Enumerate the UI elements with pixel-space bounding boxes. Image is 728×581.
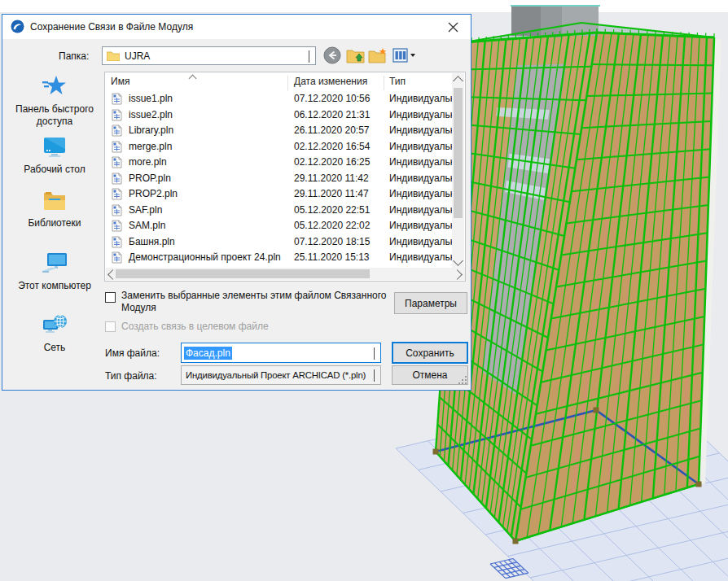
filename-value: Фасад.pln	[184, 347, 232, 360]
file-row[interactable]: PROP.pln29.11.2020 11:42Индивидуальн	[105, 171, 454, 187]
create-link-checkbox	[105, 321, 116, 332]
pln-file-icon	[112, 188, 122, 203]
sidebar-item-label: Панель быстрого доступа	[7, 103, 102, 128]
file-date: 02.12.2020 16:54	[294, 141, 370, 152]
sidebar-item-label: Рабочий стол	[7, 164, 102, 176]
file-list: Имя Дата изменения Тип issue1.pln07.12.2…	[104, 72, 466, 282]
column-header-name[interactable]: Имя	[111, 76, 129, 87]
parameters-button[interactable]: Параметры	[394, 292, 467, 314]
scroll-right-icon[interactable]	[452, 269, 463, 280]
file-date: 07.12.2020 10:56	[294, 93, 370, 104]
filename-label: Имя файла:	[105, 347, 160, 359]
file-date: 25.11.2020 15:13	[294, 251, 370, 263]
file-type: Индивидуальн	[389, 156, 454, 168]
file-name: PROP2.pln	[129, 188, 178, 199]
new-folder-icon	[368, 47, 388, 63]
file-name: Library.pln	[129, 124, 173, 136]
pln-file-icon	[112, 251, 122, 266]
file-name: issue2.pln	[129, 109, 173, 120]
file-row[interactable]: Library.pln26.11.2020 20:57Индивидуальн	[105, 123, 454, 139]
sidebar-item-this-pc[interactable]: Этот компьютер	[7, 252, 102, 292]
back-icon	[323, 46, 341, 64]
new-folder-button[interactable]	[368, 46, 388, 65]
file-date: 05.12.2020 22:51	[294, 204, 370, 216]
file-date: 02.12.2020 16:25	[294, 156, 370, 168]
file-date: 06.12.2020 21:31	[294, 109, 370, 120]
column-header-type[interactable]: Тип	[389, 76, 406, 87]
sidebar-item-label: Библиотеки	[7, 217, 102, 229]
network-icon	[42, 313, 68, 336]
scroll-down-icon[interactable]	[453, 256, 463, 266]
file-name: Демонстрационный проект 24.pln	[129, 251, 281, 263]
file-type: Индивидуальн	[389, 93, 454, 104]
file-name: SAF.pln	[129, 204, 162, 216]
file-row[interactable]: SAF.pln05.12.2020 22:51Индивидуальн	[105, 203, 454, 219]
vertical-scrollbar[interactable]	[452, 73, 464, 270]
back-button[interactable]	[322, 46, 342, 65]
sidebar-item-network[interactable]: Сеть	[7, 313, 102, 354]
folder-combobox[interactable]: UJRA	[102, 46, 316, 65]
save-button[interactable]: Сохранить	[392, 342, 468, 364]
pln-file-icon	[112, 93, 122, 107]
file-row[interactable]: Башня.pln07.12.2020 18:15Индивидуальн	[105, 234, 454, 251]
folder-label: Папка:	[59, 50, 89, 62]
file-date: 07.12.2020 18:15	[294, 236, 370, 247]
vertical-scrollbar-thumb[interactable]	[454, 88, 463, 218]
desktop-icon	[42, 137, 68, 158]
file-name: PROP.pln	[129, 173, 171, 184]
file-name: issue1.pln	[129, 93, 173, 104]
file-type: Индивидуальн	[389, 188, 454, 199]
file-list-items: issue1.pln07.12.2020 10:56Индивидуальнis…	[105, 91, 454, 270]
close-button[interactable]	[438, 15, 467, 39]
file-row[interactable]: Демонстрационный проект 24.pln25.11.2020…	[105, 250, 454, 266]
file-row[interactable]: PROP2.pln29.11.2020 11:47Индивидуальн	[105, 186, 454, 203]
dialog-titlebar[interactable]: Сохранение Связи в Файле Модуля	[2, 15, 471, 39]
create-link-label: Создать связь в целевом файле	[121, 321, 398, 333]
resize-grip[interactable]	[458, 375, 467, 387]
folder-value: UJRA	[125, 50, 150, 62]
scroll-up-icon[interactable]	[453, 76, 463, 86]
sidebar-item-label: Сеть	[7, 342, 102, 354]
sidebar-item-libraries[interactable]: Библиотеки	[7, 190, 102, 229]
save-module-dialog: Сохранение Связи в Файле Модуля Папка: U…	[2, 14, 471, 391]
file-row[interactable]: merge.pln02.12.2020 16:54Индивидуальн	[105, 139, 454, 155]
replace-elements-checkbox[interactable]	[105, 292, 116, 303]
sidebar-item-desktop[interactable]: Рабочий стол	[7, 137, 102, 176]
file-row[interactable]: more.pln02.12.2020 16:25Индивидуальн	[105, 155, 454, 171]
pln-file-icon	[112, 156, 122, 171]
pln-file-icon	[112, 173, 122, 187]
file-type: Индивидуальн	[389, 173, 454, 184]
pln-file-icon	[112, 124, 122, 139]
file-date: 05.12.2020 22:02	[294, 220, 370, 231]
horizontal-scrollbar[interactable]	[106, 268, 466, 280]
sidebar-item-quick-access[interactable]: Панель быстрого доступа	[7, 75, 102, 128]
file-row[interactable]: issue2.pln06.12.2020 21:31Индивидуальн	[105, 107, 454, 124]
horizontal-scrollbar-thumb[interactable]	[116, 269, 370, 278]
filename-combobox[interactable]: Фасад.pln	[181, 343, 381, 363]
column-header-date[interactable]: Дата изменения	[294, 76, 367, 87]
sort-ascending-icon	[189, 75, 197, 83]
file-name: Башня.pln	[129, 236, 175, 247]
up-one-level-button[interactable]	[345, 46, 365, 65]
file-row[interactable]: SAM.pln05.12.2020 22:02Индивидуальн	[105, 218, 454, 234]
file-date: 26.11.2020 20:57	[294, 124, 370, 136]
up-folder-icon	[346, 47, 365, 63]
file-type: Индивидуальн	[389, 220, 454, 231]
file-row[interactable]: issue1.pln07.12.2020 10:56Индивидуальн	[105, 91, 454, 107]
filetype-combobox[interactable]: Индивидуальный Проект ARCHICAD (*.pln)	[181, 365, 381, 385]
pln-file-icon	[112, 141, 122, 155]
archicad-logo-icon	[11, 20, 24, 33]
chevron-down-icon	[309, 50, 309, 62]
views-icon	[393, 48, 417, 63]
quick-access-icon	[42, 75, 67, 98]
file-type: Индивидуальн	[389, 141, 454, 152]
cancel-button[interactable]: Отмена	[392, 365, 468, 385]
view-menu-button[interactable]	[391, 46, 419, 65]
folder-icon	[107, 50, 120, 61]
chevron-down-icon	[374, 347, 375, 359]
file-date: 29.11.2020 11:42	[294, 173, 369, 184]
replace-elements-label: Заменить выбранные элементы этим файлом …	[121, 290, 394, 314]
file-date: 29.11.2020 11:47	[294, 188, 369, 199]
chevron-down-icon	[374, 369, 375, 381]
filetype-value: Индивидуальный Проект ARCHICAD (*.pln)	[186, 370, 366, 380]
